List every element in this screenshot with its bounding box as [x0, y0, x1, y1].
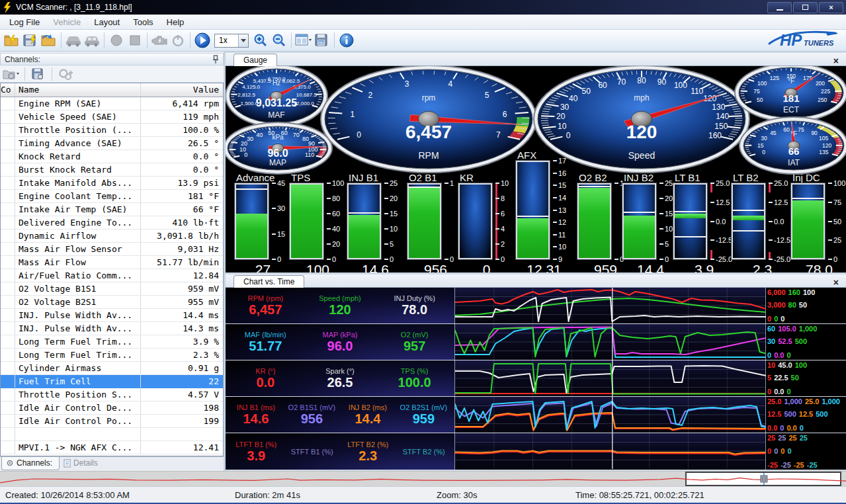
gauge-map[interactable]: 0102030405060708090100110kPa96.0MAP [226, 122, 333, 175]
chart-row-1-legend[interactable]: RPM (rpm)6,457Speed (mph)120INJ Duty (%)… [226, 288, 455, 323]
channel-row[interactable]: Fuel Trim Cell22 [1, 375, 223, 388]
open-log-button[interactable] [3, 31, 21, 50]
channel-row[interactable]: Long Term Fuel Trim...3.9 % [1, 335, 223, 349]
channel-row[interactable]: Timing Advance (SAE)26.5 ° [1, 137, 223, 150]
channel-row[interactable]: Cylinder Airmass0.91 g [1, 362, 223, 375]
channel-row[interactable]: Idle Air Control De...198 [1, 401, 223, 415]
channel-row[interactable]: INJ. Pulse Width Av...14.3 ms [1, 322, 223, 335]
channel-name: INJ. Pulse Width Av... [15, 309, 141, 321]
svg-text:60: 60 [598, 81, 607, 90]
channel-row[interactable]: Engine Coolant Temp...181 °F [1, 190, 223, 203]
menu-layout[interactable]: Layout [87, 15, 126, 29]
channel-row[interactable]: Intake Manifold Abs...13.9 psi [1, 177, 223, 190]
column-header-co[interactable]: Co [1, 83, 15, 97]
channels-config-open-button[interactable] [2, 65, 21, 83]
channels-save-button[interactable] [29, 65, 48, 83]
channels-table: Co Name Value Engine RPM (SAE)6,414 rpmV… [0, 83, 224, 456]
gauge-speed-value: 120 [626, 122, 657, 142]
reopen-log-button[interactable] [40, 31, 58, 50]
bar-gauge-kr-bar [458, 183, 492, 259]
chart-row-1-plot[interactable] [455, 288, 766, 323]
bar-gauge-injdc[interactable]: Inj DC100755025078.0 [791, 172, 846, 273]
chart-row-3-legend[interactable]: KR (°)0.0Spark (°)26.5TPS (%)100.0 [226, 360, 455, 396]
svg-text:60: 60 [783, 126, 790, 133]
tab-chart-vs-time[interactable]: Chart vs. Time [233, 275, 304, 288]
gauge-maf-unit: Hz [273, 79, 280, 87]
tab-channels[interactable]: Channels: [1, 457, 60, 470]
channel-row[interactable]: O2 Voltage B2S1955 mV [1, 296, 223, 309]
chart-row-2-legend[interactable]: MAF (lb/min)51.77MAP (kPa)96.0O2 (mV)957 [226, 324, 455, 360]
chart-series-value: 78.0 [392, 302, 438, 317]
bar-gauge-afx[interactable]: AFX1716151413121110912.31 [516, 149, 575, 273]
save-log-button[interactable] [21, 31, 40, 50]
pin-icon[interactable] [212, 55, 220, 64]
bar-gauge-kr[interactable]: KR10864200 [458, 172, 517, 273]
channel-row[interactable]: Engine RPM (SAE)6,414 rpm [1, 97, 223, 110]
channel-row[interactable]: O2 Voltage B1S1959 mV [1, 282, 223, 296]
menu-log-file[interactable]: Log File [3, 15, 46, 29]
bar-gauge-tps-value: 100 [290, 262, 346, 273]
tab-details[interactable]: Details [60, 457, 105, 470]
menu-tools[interactable]: Tools [126, 15, 159, 29]
gauge-maf[interactable]: 1,500.02,812.54,125.05,437.56,750.08,062… [226, 66, 328, 128]
channel-row[interactable]: Throttle Position S...4.57 V [1, 388, 223, 401]
channel-row[interactable]: Idle Air Control Po...199 [1, 415, 223, 428]
channel-row[interactable]: Vehicle Speed (SAE)119 mph [1, 110, 223, 124]
chart-row-5-legend[interactable]: LTFT B1 (%)3.9STFT B1 (%)LTFT B2 (%)2.3S… [226, 433, 455, 470]
bar-gauge-o2b1-fill [409, 188, 440, 258]
log-overview-strip[interactable] [0, 471, 846, 486]
gauge-iat[interactable]: 0153045607590105120135°F66IAT [739, 116, 846, 175]
chart-panel-close-icon[interactable]: × [831, 278, 841, 287]
channel-row[interactable]: INJ. Pulse Width Av...14.4 ms [1, 309, 223, 322]
tab-gauge[interactable]: Gauge [233, 54, 277, 66]
play-button[interactable] [193, 31, 212, 50]
channel-row[interactable]: Long Term Fuel Trim...2.3 % [1, 349, 223, 362]
menu-help[interactable]: Help [160, 15, 191, 29]
chart-row-5-plot[interactable] [455, 433, 766, 470]
save-layout-button[interactable] [313, 31, 331, 50]
zoom-in-button[interactable] [251, 31, 270, 50]
channel-row[interactable]: Intake Air Temp (SAE)66 °F [1, 203, 223, 216]
bar-gauge-ltb2-marker [733, 210, 764, 211]
channel-row[interactable]: Knock Retard0.0 ° [1, 150, 223, 163]
svg-text:0: 0 [357, 130, 361, 140]
channel-row[interactable]: Mass Air Flow Sensor9,031 Hz [1, 243, 223, 256]
bar-gauge-ltb1[interactable]: LT B125.012.50.0-12.5-25.03.9 [673, 172, 738, 273]
channel-row[interactable]: Throttle Position (...100.0 % [1, 124, 223, 137]
minimize-button[interactable] [767, 2, 792, 13]
zoom-out-button[interactable] [270, 31, 288, 50]
channels-table-header[interactable]: Co Name Value [1, 83, 223, 97]
bar-gauge-injb2[interactable]: INJ B2252015105014.4 [622, 172, 681, 273]
channel-co-cell [1, 441, 15, 454]
bar-gauge-injb1[interactable]: INJ B1252015105014.6 [347, 172, 406, 273]
bar-gauge-afx-ticks: 17161514131211109 [553, 161, 571, 259]
bar-gauge-advance[interactable]: Advance453015027 [235, 172, 294, 273]
playback-speed-select[interactable]: 1x [214, 34, 249, 48]
channel-row[interactable]: Mass Air Flow51.77 lb/min [1, 256, 223, 269]
channel-row[interactable] [1, 428, 223, 441]
gauge-rpm[interactable]: 01234567rpm6,457RPM [320, 66, 537, 173]
bar-gauge-o2b1[interactable]: O2 B110956 [407, 172, 466, 273]
channel-row[interactable]: Dynamic Airflow3,091.8 lb/h [1, 230, 223, 243]
gauge-ect[interactable]: 5075100125150175200225250°F181ECT [734, 66, 846, 122]
info-button[interactable] [337, 31, 356, 50]
close-button[interactable]: × [819, 2, 843, 13]
column-header-name[interactable]: Name [15, 83, 141, 97]
layout-button[interactable] [294, 31, 313, 50]
restore-button[interactable] [793, 2, 818, 13]
overview-cursor-grip[interactable] [761, 476, 767, 482]
chart-series: INJ Duty (%)78.0 [392, 294, 438, 317]
chart-row-4-plot[interactable] [455, 397, 766, 433]
bar-gauge-tps[interactable]: TPS100806040200100 [290, 172, 349, 273]
channel-row[interactable]: Burst Knock Retard0.0 ° [1, 163, 223, 177]
column-header-value[interactable]: Value [141, 83, 223, 97]
playback-speed-dropdown-arrow[interactable] [238, 34, 248, 47]
channel-row[interactable]: Delivered Engine To...410 lb·ft [1, 216, 223, 230]
bar-gauge-ltb2[interactable]: LT B225.012.50.0-12.5-25.02.3 [732, 172, 796, 273]
chart-row-2-plot[interactable] [455, 324, 766, 360]
channel-row[interactable]: Air/Fuel Ratio Comm...12.84 [1, 269, 223, 282]
channel-row[interactable]: MPVI.1 -> NGK AFX C...12.41 [1, 441, 223, 454]
chart-row-3-plot[interactable] [455, 360, 766, 396]
gauge-panel-close-icon[interactable]: × [831, 56, 841, 65]
chart-row-4-legend[interactable]: INJ B1 (ms)14.6O2 B1S1 (mV)956INJ B2 (ms… [226, 397, 455, 433]
